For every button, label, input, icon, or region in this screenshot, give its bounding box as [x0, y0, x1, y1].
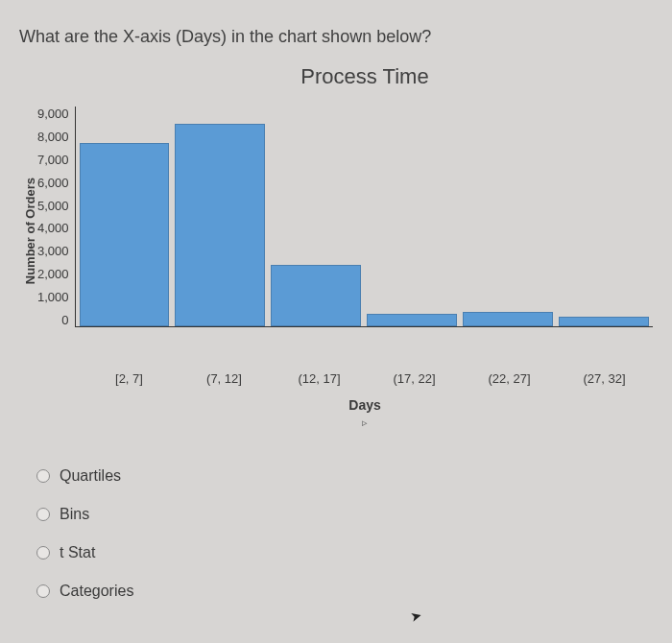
option-quartiles[interactable]: Quartiles	[36, 467, 653, 485]
bar	[80, 143, 170, 326]
bar	[463, 312, 553, 326]
bar-slot	[463, 107, 553, 326]
bar-slot	[271, 107, 361, 326]
ytick: 4,000	[37, 221, 69, 235]
plot-area	[75, 107, 653, 327]
y-axis-ticks: 9,000 8,000 7,000 6,000 5,000 4,000 3,00…	[37, 107, 75, 327]
bar-slot	[175, 107, 265, 326]
option-label: Bins	[60, 506, 89, 523]
ytick: 5,000	[37, 199, 69, 213]
radio-icon	[36, 469, 50, 483]
xtick: (27, 32]	[560, 371, 649, 386]
bar	[271, 265, 361, 326]
ytick: 6,000	[37, 176, 69, 190]
bar-slot	[559, 107, 649, 326]
ytick: 9,000	[37, 107, 69, 121]
question-text: What are the X-axis (Days) in the chart …	[19, 27, 653, 47]
x-axis-label: Days	[19, 397, 653, 413]
chart-area: Number of Orders 9,000 8,000 7,000 6,000…	[19, 107, 653, 356]
ytick: 1,000	[37, 290, 69, 304]
bar-slot	[367, 107, 457, 326]
bar	[559, 317, 649, 326]
option-tstat[interactable]: t Stat	[36, 544, 653, 561]
chart-title: Process Time	[19, 64, 653, 89]
xtick: [2, 7]	[84, 371, 174, 386]
option-label: t Stat	[60, 544, 95, 561]
bar-slot	[80, 107, 170, 326]
y-axis-label: Number of Orders	[19, 178, 37, 284]
bar	[367, 314, 457, 326]
ytick: 7,000	[37, 153, 69, 167]
ytick: 8,000	[37, 130, 69, 144]
xtick: (22, 27]	[465, 371, 554, 386]
radio-icon	[36, 584, 50, 598]
ytick: 0	[61, 313, 68, 327]
option-label: Categories	[60, 583, 133, 600]
x-axis-ticks: [2, 7](7, 12](12, 17](17, 22](22, 27](27…	[81, 364, 653, 386]
bar	[175, 124, 265, 326]
xtick: (17, 22]	[370, 371, 459, 386]
option-categories[interactable]: Categories	[36, 583, 653, 600]
cursor-icon: ➤	[409, 607, 424, 626]
xtick: (12, 17]	[275, 371, 364, 386]
ytick: 2,000	[37, 267, 69, 281]
option-label: Quartiles	[60, 467, 121, 485]
chart-footer-icon: ▹	[19, 417, 653, 429]
radio-icon	[36, 508, 50, 521]
answer-options: Quartiles Bins t Stat Categories	[19, 467, 653, 600]
ytick: 3,000	[37, 244, 69, 258]
radio-icon	[36, 546, 50, 560]
xtick: (7, 12]	[180, 371, 269, 386]
option-bins[interactable]: Bins	[36, 506, 653, 523]
